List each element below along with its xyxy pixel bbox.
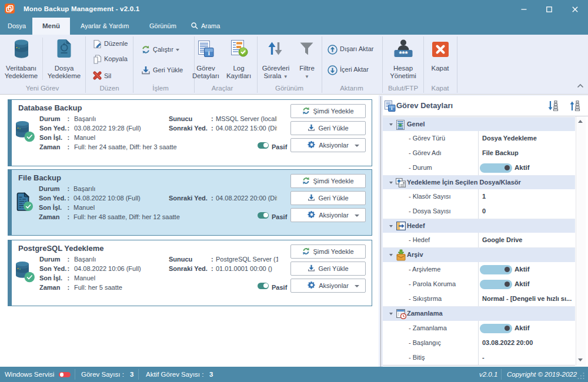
svg-text:***: *** (399, 49, 408, 58)
svg-text:i: i (208, 49, 210, 56)
